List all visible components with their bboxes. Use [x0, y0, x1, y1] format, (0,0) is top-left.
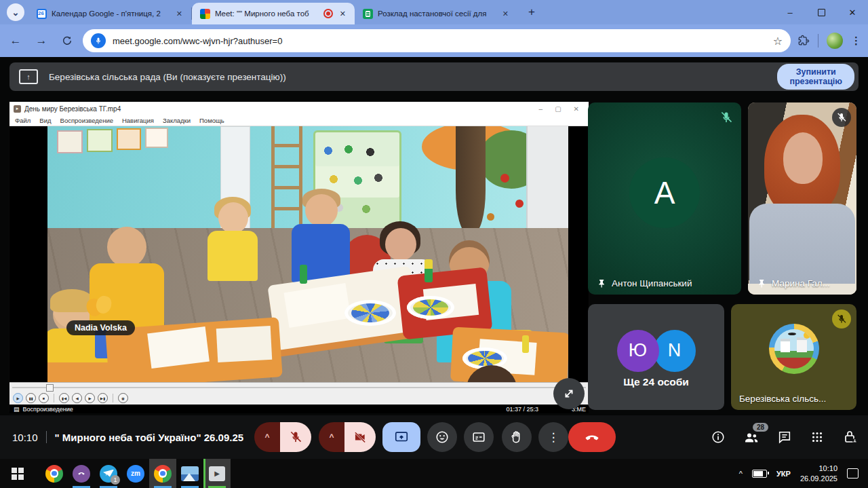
window-minimize-button[interactable]: –: [774, 0, 806, 24]
player-window-title: День миру Березівська ТГ.mp4: [24, 105, 121, 113]
tab-close-icon[interactable]: ✕: [500, 9, 511, 19]
stop-presenting-button[interactable]: Зупинити презентацію: [777, 64, 854, 90]
jump-button[interactable]: ◉: [118, 393, 128, 403]
taskbar-zoom[interactable]: zm: [122, 459, 149, 488]
photo-body: [749, 204, 855, 285]
notification-center-icon[interactable]: [847, 468, 859, 478]
captions-button[interactable]: [464, 422, 494, 452]
chrome-icon: [154, 465, 172, 483]
tray-chevron[interactable]: ^: [739, 470, 743, 478]
taskbar-photos[interactable]: [176, 459, 203, 488]
step-back-button[interactable]: ◀: [72, 393, 82, 403]
meeting-details-button[interactable]: [711, 430, 726, 445]
more-options-button[interactable]: ⋮: [538, 422, 568, 452]
battery-icon[interactable]: [752, 470, 767, 478]
activities-button[interactable]: [810, 430, 825, 445]
taskbar-media-player[interactable]: ▶: [203, 459, 231, 488]
tab-title: Розклад настановчої сесії для: [378, 10, 496, 18]
reload-icon: [62, 35, 73, 46]
back-button[interactable]: ←: [5, 31, 26, 51]
tray-clock[interactable]: 10:10 26.09.2025: [800, 464, 837, 483]
player-close-button[interactable]: ✕: [574, 105, 579, 113]
browser-menu-icon[interactable]: ⋮: [851, 35, 861, 47]
new-tab-button[interactable]: +: [523, 3, 540, 21]
participant-tile-berezivska[interactable]: Березівська сільсь...: [731, 304, 856, 410]
taskbar-viber[interactable]: [68, 459, 95, 488]
reload-button[interactable]: [57, 31, 77, 51]
seek-track: [12, 387, 586, 388]
expand-fullscreen-button[interactable]: [553, 378, 585, 409]
profile-avatar[interactable]: [827, 33, 843, 49]
start-button[interactable]: [4, 459, 31, 488]
play-button[interactable]: ▶: [13, 393, 23, 403]
taskbar-chrome[interactable]: [41, 459, 68, 488]
host-controls-button[interactable]: [842, 429, 859, 445]
scene-poster: [145, 128, 168, 148]
participant-name: Березівська сільсь...: [739, 394, 826, 404]
people-button[interactable]: 28: [743, 429, 760, 445]
prev-button[interactable]: ▮◀: [59, 393, 69, 403]
end-call-button[interactable]: [568, 422, 616, 452]
mic-off-button[interactable]: [280, 422, 311, 452]
address-bar[interactable]: meet.google.com/wwc-wjvn-hjr?authuser=0 …: [83, 29, 791, 52]
taskbar-chrome-active[interactable]: [149, 459, 176, 488]
presenting-banner-text: Березівська сільська рада (Ви (показуєте…: [49, 72, 286, 82]
camera-options-chevron[interactable]: ^: [319, 422, 344, 452]
player-seek-bar[interactable]: [9, 382, 589, 392]
emblem-building: [797, 340, 807, 352]
player-app-icon: ▸: [14, 105, 21, 113]
scene-plate-shreds: [351, 303, 389, 322]
presenting-banner: ↑ Березівська сільська рада (Ви (показує…: [9, 62, 859, 91]
participant-tile-anton[interactable]: А Антон Щипанський: [588, 102, 741, 295]
player-maximize-button[interactable]: ▢: [555, 105, 561, 113]
menu-view[interactable]: Вид: [39, 117, 51, 124]
mic-options-chevron[interactable]: ^: [254, 422, 280, 452]
tab-calendar[interactable]: 26 Календар Google - п'ятниця, 2 ✕: [28, 3, 191, 24]
stop-button[interactable]: ■: [39, 393, 49, 403]
tab-search-button[interactable]: ⌄: [7, 3, 24, 21]
video-area: Nadia Volska: [9, 126, 589, 382]
scene-apple: [500, 174, 509, 183]
mic-button-group: ^: [254, 422, 311, 452]
scene-child-body: [208, 231, 258, 281]
bookmark-star-icon[interactable]: ☆: [773, 35, 783, 48]
player-minimize-button[interactable]: –: [539, 105, 543, 113]
media-player-icon: ▶: [209, 466, 225, 481]
step-forward-button[interactable]: ▶: [85, 393, 95, 403]
player-title-bar[interactable]: ▸ День миру Березівська ТГ.mp4 – ▢ ✕: [9, 102, 589, 115]
tab-close-icon[interactable]: ✕: [338, 9, 348, 19]
window-restore-button[interactable]: [806, 0, 837, 24]
reactions-button[interactable]: [427, 422, 457, 452]
window-controls: – ✕: [774, 0, 868, 24]
menu-help[interactable]: Помощь: [199, 117, 224, 124]
more-participants-tile[interactable]: Ю N Ще 24 особи: [588, 304, 724, 410]
mic-off-icon: [832, 108, 851, 127]
window-close-button[interactable]: ✕: [837, 0, 868, 24]
menu-bookmarks[interactable]: Закладки: [163, 117, 191, 124]
participant-tile-maryna[interactable]: Марина Гал...: [748, 102, 856, 295]
controls-divider: [54, 394, 54, 402]
raise-hand-button[interactable]: [502, 422, 532, 452]
chat-button[interactable]: [777, 430, 792, 445]
pause-button[interactable]: ▮▮: [26, 393, 36, 403]
present-now-button[interactable]: [382, 422, 420, 452]
tab-sheets[interactable]: Розклад настановчої сесії для ✕: [355, 3, 517, 24]
extensions-icon[interactable]: [797, 35, 810, 47]
menu-playback[interactable]: Воспроизведение: [60, 117, 113, 124]
forward-button[interactable]: →: [31, 31, 52, 51]
next-button[interactable]: ▶▮: [98, 393, 108, 403]
tab-title: Календар Google - п'ятниця, 2: [52, 10, 170, 18]
system-tray: ^ УКР 10:10 26.09.2025: [739, 464, 868, 483]
seek-handle[interactable]: [46, 384, 54, 392]
meet-favicon: [200, 9, 210, 19]
tab-meet[interactable]: Meet: "" Мирного неба тоб ✕: [192, 3, 355, 24]
tab-close-icon[interactable]: ✕: [174, 9, 184, 19]
menu-file[interactable]: Файл: [15, 117, 31, 124]
taskbar-telegram[interactable]: 1: [95, 459, 122, 488]
menu-navigate[interactable]: Навигация: [122, 117, 154, 124]
camera-off-button[interactable]: [344, 422, 376, 452]
language-indicator[interactable]: УКР: [776, 470, 791, 478]
mic-off-icon: [289, 430, 302, 444]
smiley-icon: [435, 430, 450, 445]
player-status-text: Воспроизведение: [23, 406, 73, 413]
